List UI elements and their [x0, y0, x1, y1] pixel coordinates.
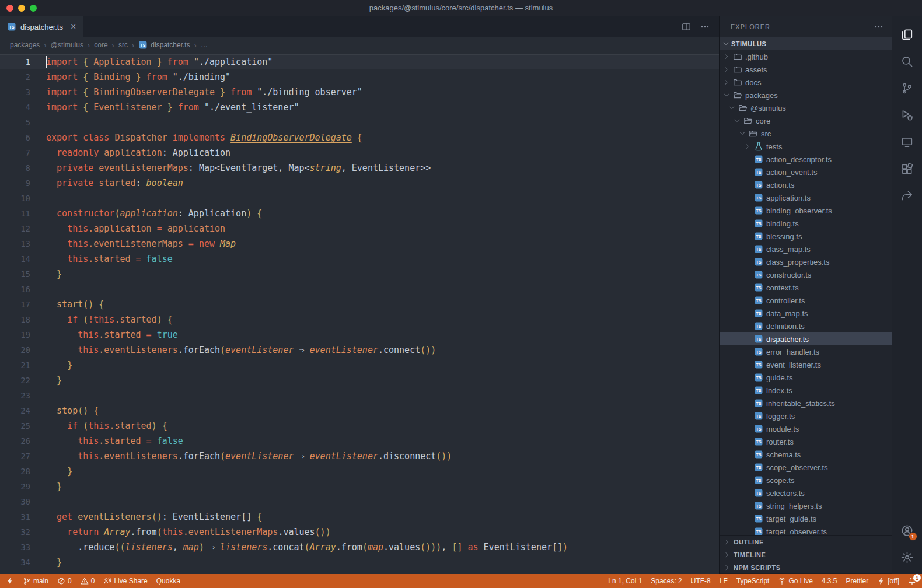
tree-item-blessing-ts[interactable]: TSblessing.ts: [720, 230, 892, 243]
status-quokka[interactable]: Quokka: [156, 577, 180, 585]
tree-item-class-properties-ts[interactable]: TSclass_properties.ts: [720, 256, 892, 268]
tree-item--github[interactable]: .github: [720, 50, 892, 63]
code-line[interactable]: 19 this.started = true: [0, 327, 719, 342]
tree-item-inheritable-statics-ts[interactable]: TSinheritable_statics.ts: [720, 397, 892, 410]
code-line[interactable]: 17 start() {: [0, 297, 719, 312]
tree-item-context-ts[interactable]: TScontext.ts: [720, 281, 892, 294]
tree-item--stimulus[interactable]: @stimulus: [720, 102, 892, 114]
code-line[interactable]: 6export class Dispatcher implements Bind…: [0, 130, 719, 145]
breadcrumb-item[interactable]: @stimulus: [51, 41, 83, 49]
activity-live-share[interactable]: [893, 182, 921, 209]
status-language-mode[interactable]: TypeScript: [736, 577, 770, 585]
code-line[interactable]: 27 this.eventListeners.forEach(eventList…: [0, 449, 719, 464]
tree-item-data-map-ts[interactable]: TSdata_map.ts: [720, 307, 892, 320]
code-line[interactable]: 4import { EventListener } from "./event_…: [0, 100, 719, 115]
code-line[interactable]: 15 }: [0, 267, 719, 282]
tree-item-schema-ts[interactable]: TSschema.ts: [720, 448, 892, 461]
activity-settings[interactable]: [893, 544, 921, 570]
tree-item-index-ts[interactable]: TSindex.ts: [720, 384, 892, 397]
activity-source-control[interactable]: [893, 75, 921, 102]
sidebar-section-outline[interactable]: OUTLINE: [720, 536, 892, 548]
code-line[interactable]: 28 }: [0, 464, 719, 479]
tree-item-docs[interactable]: docs: [720, 76, 892, 89]
breadcrumb-item[interactable]: packages: [10, 41, 40, 49]
editor-more-actions-icon[interactable]: [700, 22, 710, 32]
status-prettier[interactable]: Prettier: [846, 577, 869, 585]
tree-item-assets[interactable]: assets: [720, 63, 892, 76]
tree-item-tests[interactable]: tests: [720, 140, 892, 153]
close-window-button[interactable]: [6, 5, 13, 12]
tree-item-target-guide-ts[interactable]: TStarget_guide.ts: [720, 512, 892, 525]
code-line[interactable]: 26 this.started = false: [0, 433, 719, 449]
status-git-branch[interactable]: main: [23, 577, 48, 585]
code-line[interactable]: 32 return Array.from(this.eventListenerM…: [0, 524, 719, 540]
breadcrumb-item[interactable]: core: [94, 41, 107, 49]
activity-accounts[interactable]: 1: [893, 517, 921, 544]
tree-item-target-observer-ts[interactable]: TStarget_observer.ts: [720, 525, 892, 535]
breadcrumb-item-file[interactable]: TSdispatcher.ts: [138, 40, 190, 50]
tree-item-binding-ts[interactable]: TSbinding.ts: [720, 217, 892, 230]
tree-item-scope-ts[interactable]: TSscope.ts: [720, 474, 892, 487]
status-indentation[interactable]: Spaces: 2: [651, 577, 682, 585]
code-line[interactable]: 9 private started: boolean: [0, 176, 719, 191]
status-notifications[interactable]: 1: [908, 577, 916, 585]
code-editor[interactable]: 1import { Application } from "./applicat…: [0, 52, 719, 574]
split-editor-icon[interactable]: [682, 22, 691, 32]
sidebar-section-timeline[interactable]: TIMELINE: [720, 548, 892, 561]
code-line[interactable]: 33 .reduce((listeners, map) ⇒ listeners.…: [0, 540, 719, 555]
code-line[interactable]: 34 }: [0, 555, 719, 570]
status-encoding[interactable]: UTF-8: [691, 577, 711, 585]
code-line[interactable]: 35: [0, 570, 719, 574]
code-line[interactable]: 11 constructor(application: Application)…: [0, 206, 719, 221]
code-line[interactable]: 12 this.application = application: [0, 221, 719, 236]
tree-item-scope-observer-ts[interactable]: TSscope_observer.ts: [720, 461, 892, 474]
code-line[interactable]: 20 this.eventListeners.forEach(eventList…: [0, 342, 719, 358]
status-warnings[interactable]: 0: [81, 577, 95, 585]
minimize-window-button[interactable]: [18, 5, 25, 12]
status-ts-version[interactable]: 4.3.5: [822, 577, 837, 585]
code-line[interactable]: 25 if (this.started) {: [0, 418, 719, 433]
tree-item-class-map-ts[interactable]: TSclass_map.ts: [720, 243, 892, 256]
code-line[interactable]: 22 }: [0, 373, 719, 388]
status-go-live[interactable]: Go Live: [778, 577, 812, 585]
tree-item-dispatcher-ts[interactable]: TSdispatcher.ts: [720, 332, 892, 345]
activity-run-debug[interactable]: [893, 102, 921, 128]
code-line[interactable]: 14 this.started = false: [0, 251, 719, 267]
code-line[interactable]: 29 }: [0, 479, 719, 494]
status-live-share[interactable]: Live Share: [103, 577, 147, 585]
code-line[interactable]: 18 if (!this.started) {: [0, 312, 719, 327]
tree-item-application-ts[interactable]: TSapplication.ts: [720, 191, 892, 204]
tree-item-action-ts[interactable]: TSaction.ts: [720, 178, 892, 191]
code-line[interactable]: 10: [0, 191, 719, 206]
explorer-root-section[interactable]: STIMULUS: [720, 37, 892, 50]
breadcrumb-item[interactable]: src: [118, 41, 128, 49]
tree-item-string-helpers-ts[interactable]: TSstring_helpers.ts: [720, 499, 892, 512]
activity-explorer[interactable]: [893, 21, 921, 48]
code-line[interactable]: 21 }: [0, 358, 719, 373]
code-line[interactable]: 30: [0, 494, 719, 509]
code-line[interactable]: 1import { Application } from "./applicat…: [0, 54, 719, 69]
tree-item-controller-ts[interactable]: TScontroller.ts: [720, 294, 892, 307]
activity-remote-explorer[interactable]: [893, 128, 921, 155]
code-line[interactable]: 13 this.eventListenerMaps = new Map: [0, 236, 719, 251]
activity-extensions[interactable]: [893, 155, 921, 182]
code-line[interactable]: 3import { BindingObserverDelegate } from…: [0, 85, 719, 100]
sidebar-section-npm-scripts[interactable]: NPM SCRIPTS: [720, 561, 892, 574]
tree-item-definition-ts[interactable]: TSdefinition.ts: [720, 320, 892, 332]
tree-item-logger-ts[interactable]: TSlogger.ts: [720, 410, 892, 422]
code-line[interactable]: 2import { Binding } from "./binding": [0, 69, 719, 85]
status-errors[interactable]: 0: [57, 577, 72, 585]
code-line[interactable]: 31 get eventListeners(): EventListener[]…: [0, 509, 719, 524]
zoom-window-button[interactable]: [30, 5, 37, 12]
tree-item-core[interactable]: core: [720, 114, 892, 127]
tree-item-constructor-ts[interactable]: TSconstructor.ts: [720, 268, 892, 281]
tree-item-selectors-ts[interactable]: TSselectors.ts: [720, 487, 892, 499]
tree-item-router-ts[interactable]: TSrouter.ts: [720, 435, 892, 448]
tree-item-module-ts[interactable]: TSmodule.ts: [720, 422, 892, 435]
status-cursor-position[interactable]: Ln 1, Col 1: [608, 577, 642, 585]
code-line[interactable]: 8 private eventListenerMaps: Map<EventTa…: [0, 160, 719, 176]
code-line[interactable]: 23: [0, 388, 719, 403]
tab-dispatcher-ts[interactable]: TS dispatcher.ts ×: [0, 16, 83, 37]
breadcrumb-more[interactable]: …: [201, 41, 208, 49]
tree-item-src[interactable]: src: [720, 127, 892, 140]
